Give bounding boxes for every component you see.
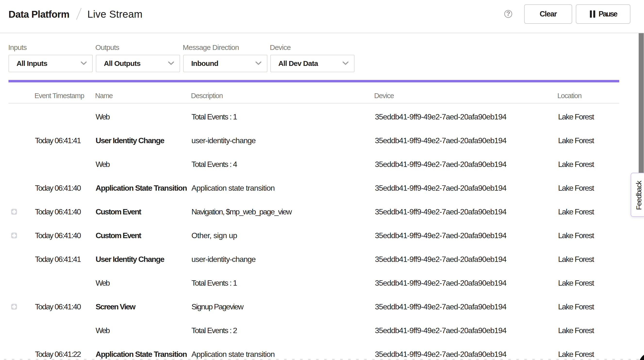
svg-text:?: ? <box>506 10 510 17</box>
